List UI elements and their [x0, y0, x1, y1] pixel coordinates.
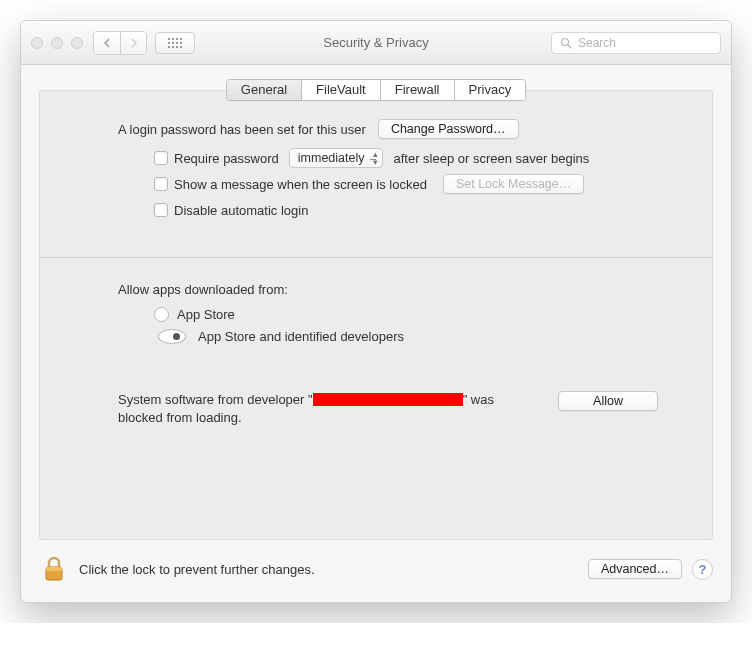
- svg-rect-6: [176, 42, 178, 44]
- svg-rect-2: [176, 38, 178, 40]
- show-message-label: Show a message when the screen is locked: [174, 177, 427, 192]
- security-privacy-window: Security & Privacy General FileVault Fir…: [20, 20, 732, 603]
- advanced-button[interactable]: Advanced…: [588, 559, 682, 579]
- svg-rect-8: [168, 46, 170, 48]
- developer-name-redacted: [313, 393, 463, 406]
- blocked-software-row: System software from developer "" was bl…: [118, 391, 682, 426]
- traffic-lights: [31, 37, 83, 49]
- login-password-heading: A login password has been set for this u…: [118, 122, 366, 137]
- svg-rect-9: [172, 46, 174, 48]
- radio-app-store-label: App Store: [177, 307, 235, 322]
- login-password-section: A login password has been set for this u…: [118, 119, 682, 223]
- allow-apps-section: Allow apps downloaded from: App Store Ap…: [118, 282, 682, 347]
- tab-privacy[interactable]: Privacy: [454, 80, 526, 100]
- show-message-row: Show a message when the screen is locked…: [154, 171, 682, 197]
- section-divider: [40, 257, 712, 258]
- tab-bar: General FileVault Firewall Privacy: [39, 79, 713, 101]
- require-password-label-post: after sleep or screen saver begins: [393, 151, 589, 166]
- svg-line-13: [568, 45, 571, 48]
- svg-rect-4: [168, 42, 170, 44]
- tab-filevault[interactable]: FileVault: [301, 80, 380, 100]
- disable-auto-login-label: Disable automatic login: [174, 203, 308, 218]
- allow-apps-radio-group: App Store App Store and identified devel…: [154, 303, 682, 347]
- svg-point-12: [562, 38, 569, 45]
- tab-segmented: General FileVault Firewall Privacy: [226, 79, 526, 101]
- titlebar: Security & Privacy: [21, 21, 731, 65]
- search-field[interactable]: [551, 32, 721, 54]
- disable-auto-login-checkbox[interactable]: [154, 203, 168, 217]
- lock-icon[interactable]: [39, 552, 69, 586]
- require-password-delay-select[interactable]: immediately ▴▾: [289, 148, 384, 168]
- show-message-checkbox[interactable]: [154, 177, 168, 191]
- tab-general[interactable]: General: [227, 80, 301, 100]
- require-password-label-pre: Require password: [174, 151, 279, 166]
- nav-back-forward: [93, 31, 147, 55]
- search-input[interactable]: [576, 35, 712, 51]
- show-all-button[interactable]: [155, 32, 195, 54]
- require-password-row: Require password immediately ▴▾ after sl…: [154, 145, 682, 171]
- search-icon: [560, 37, 572, 49]
- lock-text: Click the lock to prevent further change…: [79, 562, 315, 577]
- close-icon[interactable]: [31, 37, 43, 49]
- svg-rect-5: [172, 42, 174, 44]
- content-area: General FileVault Firewall Privacy A log…: [21, 65, 731, 540]
- radio-app-store-and-developers-label: App Store and identified developers: [198, 329, 404, 344]
- radio-app-store-and-developers[interactable]: [158, 329, 186, 344]
- minimize-icon[interactable]: [51, 37, 63, 49]
- set-lock-message-button: Set Lock Message…: [443, 174, 584, 194]
- svg-rect-10: [176, 46, 178, 48]
- back-button[interactable]: [94, 32, 120, 54]
- svg-rect-15: [46, 567, 62, 571]
- general-panel: A login password has been set for this u…: [39, 90, 713, 540]
- svg-rect-7: [180, 42, 182, 44]
- svg-rect-3: [180, 38, 182, 40]
- svg-rect-0: [168, 38, 170, 40]
- tab-firewall[interactable]: Firewall: [380, 80, 454, 100]
- svg-rect-1: [172, 38, 174, 40]
- help-button[interactable]: ?: [692, 559, 713, 580]
- allow-apps-heading: Allow apps downloaded from:: [118, 282, 682, 297]
- change-password-button[interactable]: Change Password…: [378, 119, 519, 139]
- require-password-checkbox[interactable]: [154, 151, 168, 165]
- svg-rect-11: [180, 46, 182, 48]
- radio-app-store[interactable]: [154, 307, 169, 322]
- allow-button[interactable]: Allow: [558, 391, 658, 411]
- zoom-icon[interactable]: [71, 37, 83, 49]
- blocked-software-text: System software from developer "" was bl…: [118, 391, 538, 426]
- footer: Click the lock to prevent further change…: [21, 540, 731, 602]
- forward-button[interactable]: [120, 32, 146, 54]
- disable-auto-login-row: Disable automatic login: [154, 197, 682, 223]
